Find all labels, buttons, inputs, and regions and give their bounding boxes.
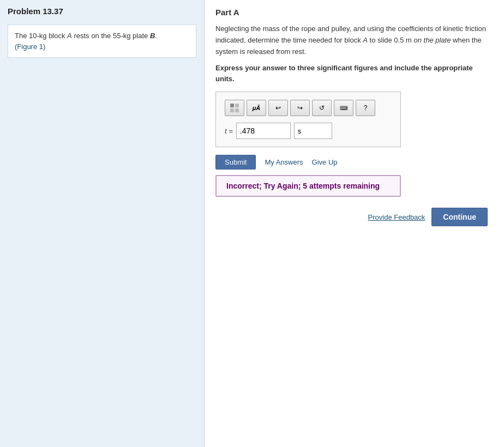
express-text: Express your answer to three significant…: [215, 63, 493, 84]
description-text-3: .: [155, 32, 157, 40]
part-label: Part A: [215, 8, 493, 17]
undo-icon: ↩: [275, 104, 281, 112]
svg-rect-20: [235, 108, 239, 112]
problem-title: Problem 13.37: [0, 0, 204, 20]
provide-feedback-link[interactable]: Provide Feedback: [368, 213, 425, 221]
continue-button[interactable]: Continue: [431, 208, 488, 226]
refresh-button[interactable]: ↺: [312, 100, 332, 116]
svg-rect-17: [230, 104, 234, 107]
undo-button[interactable]: ↩: [268, 100, 288, 116]
answer-unit[interactable]: [294, 123, 332, 139]
buttons-row: Submit My Answers Give Up: [215, 155, 493, 170]
give-up-link[interactable]: Give Up: [312, 158, 338, 166]
answer-row: t =: [225, 123, 392, 139]
matrix-button[interactable]: [225, 100, 244, 116]
block-a-label: A: [67, 32, 72, 40]
mu-icon: μÄ: [253, 105, 261, 111]
redo-button[interactable]: ↪: [290, 100, 310, 116]
description-text-1: The 10-kg block: [15, 32, 67, 40]
answer-input[interactable]: [236, 123, 291, 139]
block-b-label: B: [150, 32, 155, 40]
refresh-icon: ↺: [319, 104, 325, 112]
my-answers-link[interactable]: My Answers: [265, 158, 303, 166]
submit-button[interactable]: Submit: [215, 155, 256, 170]
svg-rect-18: [235, 104, 239, 107]
redo-icon: ↪: [297, 104, 303, 112]
answer-label: t =: [225, 127, 233, 135]
problem-description: The 10-kg block A rests on the 55-kg pla…: [8, 25, 196, 58]
keyboard-button[interactable]: ⌨: [334, 100, 353, 116]
help-icon: ?: [364, 104, 368, 112]
matrix-icon: [229, 102, 240, 113]
figure-link[interactable]: (Figure 1): [15, 43, 45, 51]
description-text-2: rests on the 55-kg plate: [72, 32, 150, 40]
help-button[interactable]: ?: [356, 100, 375, 116]
keyboard-icon: ⌨: [340, 105, 347, 111]
feedback-row: Provide Feedback Continue: [215, 208, 493, 226]
answer-box: μÄ ↩ ↪ ↺ ⌨ ? t =: [215, 92, 401, 147]
mu-button[interactable]: μÄ: [247, 100, 266, 116]
toolbar: μÄ ↩ ↪ ↺ ⌨ ?: [225, 100, 392, 116]
svg-rect-19: [230, 108, 234, 112]
incorrect-message: Incorrect; Try Again; 5 attempts remaini…: [215, 175, 401, 197]
problem-text: Neglecting the mass of the rope and pull…: [215, 23, 493, 57]
